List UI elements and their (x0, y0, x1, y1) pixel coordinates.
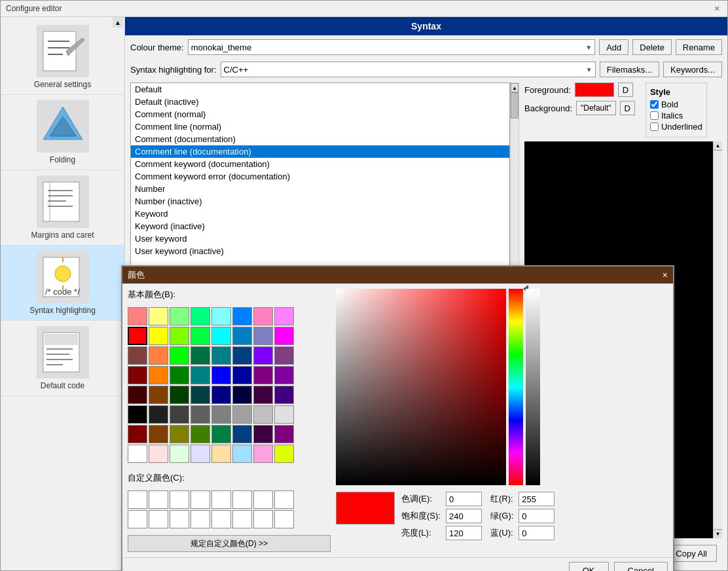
color-swatch[interactable] (232, 425, 252, 443)
red-input[interactable] (519, 492, 555, 506)
rename-button[interactable]: Rename (676, 39, 722, 55)
list-item[interactable]: Number (inactive) (131, 195, 509, 208)
underlined-checkbox[interactable] (650, 122, 659, 131)
italics-checkbox[interactable] (650, 111, 659, 120)
color-swatch[interactable] (170, 386, 189, 404)
preview-scroll-down[interactable]: ▼ (714, 529, 722, 538)
sidebar-item-margins-caret[interactable]: Margins and caret (1, 170, 124, 246)
color-swatch[interactable] (232, 405, 252, 424)
color-swatch[interactable] (128, 425, 147, 443)
color-swatch[interactable] (191, 307, 210, 325)
custom-swatch[interactable] (274, 490, 294, 509)
color-swatch[interactable] (274, 366, 294, 384)
sidebar-item-folding[interactable]: Folding (1, 95, 124, 170)
filemasks-button[interactable]: Filemasks... (600, 62, 659, 77)
sidebar-item-syntax-highlighting[interactable]: /* code */ Syntax highlighting (1, 246, 124, 321)
color-swatch[interactable] (128, 307, 147, 325)
hue-input[interactable] (446, 492, 482, 506)
preview-scrollbar[interactable]: ▲ ▼ (713, 141, 722, 538)
list-item-selected[interactable]: Comment line (documentation) (131, 145, 509, 158)
sidebar-item-default-code[interactable]: Default code (1, 321, 124, 396)
color-swatch[interactable] (274, 327, 294, 345)
color-swatch[interactable] (149, 307, 168, 325)
color-swatch[interactable] (128, 386, 147, 404)
color-swatch[interactable] (274, 346, 294, 365)
color-swatch[interactable] (232, 366, 252, 384)
color-swatch[interactable] (211, 405, 231, 424)
color-swatch[interactable] (170, 307, 189, 325)
custom-swatch[interactable] (149, 510, 168, 528)
color-swatch[interactable] (128, 445, 147, 463)
window-close-button[interactable]: × (712, 3, 722, 14)
color-swatch[interactable] (274, 445, 294, 463)
background-default-button[interactable]: "Default" (576, 101, 616, 115)
color-swatch[interactable] (253, 425, 273, 443)
color-dialog-close-button[interactable]: × (663, 270, 668, 280)
color-swatch[interactable] (128, 366, 147, 384)
custom-swatch[interactable] (253, 490, 273, 509)
color-swatch[interactable] (232, 307, 252, 325)
color-swatch[interactable] (253, 346, 273, 365)
color-swatch[interactable] (274, 405, 294, 424)
foreground-color-box[interactable] (575, 83, 614, 97)
color-swatch[interactable] (211, 307, 231, 325)
custom-swatch[interactable] (128, 490, 147, 509)
green-input[interactable] (519, 509, 555, 523)
list-item[interactable]: Default (131, 83, 509, 96)
syntax-for-combo[interactable]: C/C++ ▼ (221, 62, 596, 77)
custom-swatch[interactable] (191, 510, 210, 528)
hue-bar[interactable] (509, 289, 523, 485)
color-swatch[interactable] (128, 346, 147, 365)
list-item[interactable]: Default (inactive) (131, 96, 509, 108)
color-swatch[interactable] (191, 366, 210, 384)
list-item[interactable]: Keyword (131, 208, 509, 220)
color-swatch[interactable] (170, 425, 189, 443)
color-swatch[interactable] (253, 405, 273, 424)
color-swatch[interactable] (191, 425, 210, 443)
color-swatch[interactable] (191, 405, 210, 424)
color-swatch[interactable] (274, 425, 294, 443)
blue-input[interactable] (519, 526, 555, 540)
list-item[interactable]: Comment (documentation) (131, 133, 509, 145)
preview-scroll-up[interactable]: ▲ (714, 141, 722, 151)
color-swatch[interactable] (170, 366, 189, 384)
color-swatch[interactable] (253, 366, 273, 384)
color-swatch[interactable] (211, 346, 231, 365)
color-swatch[interactable] (211, 386, 231, 404)
color-swatch[interactable] (274, 386, 294, 404)
custom-swatch[interactable] (128, 510, 147, 528)
color-swatch[interactable] (191, 445, 210, 463)
color-swatch[interactable] (232, 445, 252, 463)
color-swatch[interactable] (253, 386, 273, 404)
custom-swatch[interactable] (211, 510, 231, 528)
color-swatch[interactable] (232, 327, 252, 345)
add-button[interactable]: Add (599, 39, 628, 55)
custom-swatch[interactable] (170, 490, 189, 509)
color-swatch[interactable] (232, 346, 252, 365)
color-swatch[interactable] (128, 327, 147, 345)
list-item[interactable]: Comment line (normal) (131, 120, 509, 133)
custom-swatch[interactable] (232, 490, 252, 509)
saturation-input[interactable] (446, 509, 482, 523)
color-swatch[interactable] (253, 307, 273, 325)
scroll-thumb[interactable] (511, 92, 519, 119)
color-swatch[interactable] (128, 405, 147, 424)
scroll-up-arrow[interactable]: ▲ (511, 83, 519, 92)
color-swatch[interactable] (149, 445, 168, 463)
color-swatch[interactable] (211, 366, 231, 384)
color-swatch[interactable] (191, 346, 210, 365)
custom-swatch[interactable] (149, 490, 168, 509)
sidebar-item-general-settings[interactable]: General settings (1, 20, 124, 95)
custom-swatch[interactable] (232, 510, 252, 528)
preview-scroll-track[interactable] (714, 151, 722, 529)
list-item[interactable]: Number (131, 183, 509, 195)
define-custom-colors-button[interactable]: 规定自定义颜色(D) >> (128, 535, 331, 552)
cancel-button[interactable]: Cancel (614, 562, 668, 571)
luminosity-input[interactable] (446, 526, 482, 540)
color-swatch[interactable] (211, 425, 231, 443)
custom-swatch[interactable] (253, 510, 273, 528)
color-swatch[interactable] (170, 346, 189, 365)
color-swatch[interactable] (191, 386, 210, 404)
foreground-d-button[interactable]: D (618, 83, 633, 97)
keywords-button[interactable]: Keywords... (663, 62, 722, 77)
